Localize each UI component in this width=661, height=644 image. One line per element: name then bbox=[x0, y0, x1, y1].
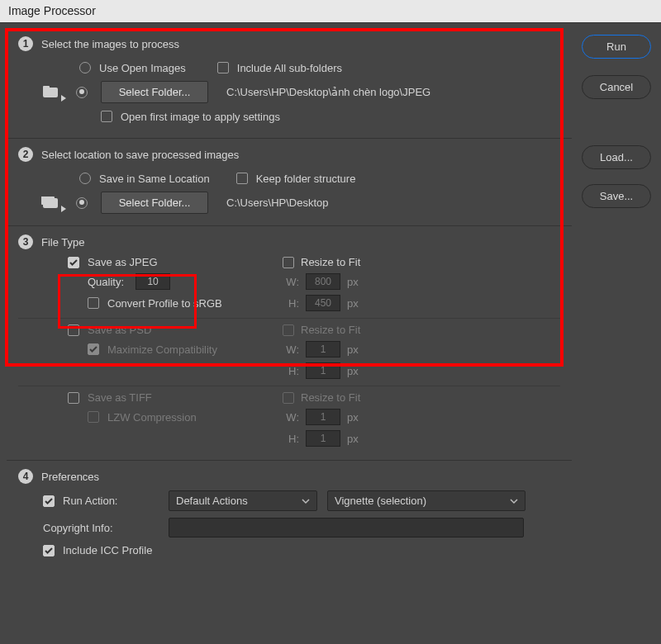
psd-h-label: H: bbox=[283, 365, 299, 377]
select-folder-button-2[interactable]: Select Folder... bbox=[101, 192, 208, 214]
run-action-checkbox[interactable] bbox=[43, 495, 55, 507]
include-icc-label: Include ICC Profile bbox=[63, 544, 152, 556]
load-button[interactable]: Load... bbox=[582, 145, 651, 169]
tiff-block: Save as TIFF Resize to Fit LZW Compressi… bbox=[68, 391, 560, 447]
lzw-checkbox bbox=[88, 411, 99, 423]
copyright-label: Copyright Info: bbox=[43, 522, 113, 534]
window-title: Image Processor bbox=[0, 0, 661, 23]
jpeg-width-input[interactable] bbox=[306, 273, 340, 290]
save-same-location-radio[interactable] bbox=[79, 173, 91, 184]
action-set-value: Default Actions bbox=[176, 495, 248, 507]
action-select[interactable]: Vignette (selection) bbox=[327, 490, 525, 511]
run-button[interactable]: Run bbox=[582, 35, 651, 59]
maximize-compat-checkbox bbox=[88, 343, 99, 355]
open-first-image-checkbox[interactable] bbox=[101, 111, 112, 122]
jpeg-h-label: H: bbox=[283, 297, 299, 310]
folder-arrow-icon bbox=[43, 85, 63, 100]
step-badge-2: 2 bbox=[18, 147, 33, 162]
open-first-image-label: Open first image to apply settings bbox=[121, 111, 280, 123]
dest-folder-path: C:\Users\HP\Desktop bbox=[226, 197, 329, 209]
save-button[interactable]: Save... bbox=[582, 184, 651, 208]
maximize-compat-label: Maximize Compatibility bbox=[107, 343, 217, 356]
tiff-width-input bbox=[306, 409, 340, 425]
folder-stack-icon bbox=[43, 196, 63, 211]
convert-srgb-checkbox[interactable] bbox=[88, 297, 99, 309]
use-open-images-radio[interactable] bbox=[79, 62, 91, 73]
side-buttons: Run Cancel Load... Save... bbox=[572, 28, 654, 571]
include-subfolders-label: Include All sub-folders bbox=[237, 62, 342, 74]
lzw-label: LZW Compression bbox=[107, 411, 197, 424]
section-file-type: 3 File Type Save as JPEG Resize to Fit bbox=[7, 225, 572, 460]
tiff-height-input bbox=[306, 430, 340, 447]
chevron-down-icon bbox=[302, 497, 310, 505]
action-set-select[interactable]: Default Actions bbox=[169, 490, 317, 511]
psd-height-input bbox=[306, 362, 340, 379]
keep-folder-structure-checkbox[interactable] bbox=[236, 173, 248, 184]
tiff-resize-checkbox bbox=[283, 392, 294, 404]
psd-w-label: W: bbox=[283, 343, 299, 356]
jpeg-quality-input[interactable] bbox=[136, 273, 170, 290]
step-badge-1: 1 bbox=[18, 36, 33, 51]
step-badge-3: 3 bbox=[18, 234, 33, 249]
copyright-input[interactable] bbox=[169, 518, 524, 537]
jpeg-resize-label: Resize to Fit bbox=[301, 256, 360, 268]
select-folder-radio-2[interactable] bbox=[76, 197, 88, 209]
include-subfolders-checkbox[interactable] bbox=[217, 62, 229, 73]
run-action-label: Run Action: bbox=[63, 495, 118, 507]
psd-block: Save as PSD Resize to Fit Maximize Compa… bbox=[68, 324, 560, 379]
action-value: Vignette (selection) bbox=[335, 495, 426, 507]
jpeg-block: Save as JPEG Resize to Fit Quality: W: bbox=[68, 256, 560, 311]
save-as-jpeg-label: Save as JPEG bbox=[88, 256, 158, 268]
select-folder-radio-1[interactable] bbox=[76, 87, 88, 98]
section2-title: Select location to save processed images bbox=[41, 149, 239, 161]
save-as-psd-label: Save as PSD bbox=[88, 324, 151, 336]
psd-resize-label: Resize to Fit bbox=[301, 324, 360, 336]
tiff-h-label: H: bbox=[283, 433, 299, 445]
px-label-3: px bbox=[347, 343, 359, 356]
save-as-tiff-label: Save as TIFF bbox=[88, 391, 152, 404]
select-folder-button-1[interactable]: Select Folder... bbox=[101, 81, 208, 103]
section-save-location: 2 Select location to save processed imag… bbox=[7, 138, 572, 225]
jpeg-quality-label: Quality: bbox=[88, 276, 124, 288]
section-select-images: 1 Select the images to process Use Open … bbox=[7, 28, 572, 138]
px-label: px bbox=[347, 276, 359, 288]
jpeg-w-label: W: bbox=[283, 276, 299, 288]
use-open-images-label: Use Open Images bbox=[99, 62, 186, 74]
psd-width-input bbox=[306, 341, 340, 358]
include-icc-checkbox[interactable] bbox=[43, 545, 55, 556]
step-badge-4: 4 bbox=[18, 469, 33, 484]
px-label-2: px bbox=[347, 297, 359, 310]
section4-title: Preferences bbox=[41, 471, 99, 483]
psd-resize-checkbox bbox=[283, 324, 294, 336]
section-preferences: 4 Preferences Run Action: Default Action… bbox=[7, 460, 572, 571]
px-label-6: px bbox=[347, 433, 359, 445]
tiff-resize-label: Resize to Fit bbox=[301, 391, 360, 404]
section3-title: File Type bbox=[41, 236, 85, 249]
main-panel: 1 Select the images to process Use Open … bbox=[7, 28, 572, 571]
section1-title: Select the images to process bbox=[41, 38, 179, 50]
keep-folder-structure-label: Keep folder structure bbox=[256, 173, 356, 185]
tiff-w-label: W: bbox=[283, 411, 299, 424]
save-as-psd-checkbox[interactable] bbox=[68, 324, 79, 336]
cancel-button[interactable]: Cancel bbox=[582, 75, 651, 99]
px-label-4: px bbox=[347, 365, 359, 377]
source-folder-path: C:\Users\HP\Desktop\ảnh chèn logo\JPEG bbox=[226, 86, 430, 98]
px-label-5: px bbox=[347, 411, 359, 424]
save-same-location-label: Save in Same Location bbox=[99, 173, 210, 185]
chevron-down-icon bbox=[510, 497, 518, 505]
convert-srgb-label: Convert Profile to sRGB bbox=[107, 297, 222, 310]
jpeg-resize-checkbox[interactable] bbox=[283, 257, 294, 268]
save-as-jpeg-checkbox[interactable] bbox=[68, 257, 79, 268]
save-as-tiff-checkbox[interactable] bbox=[68, 392, 79, 404]
jpeg-height-input[interactable] bbox=[306, 295, 340, 311]
